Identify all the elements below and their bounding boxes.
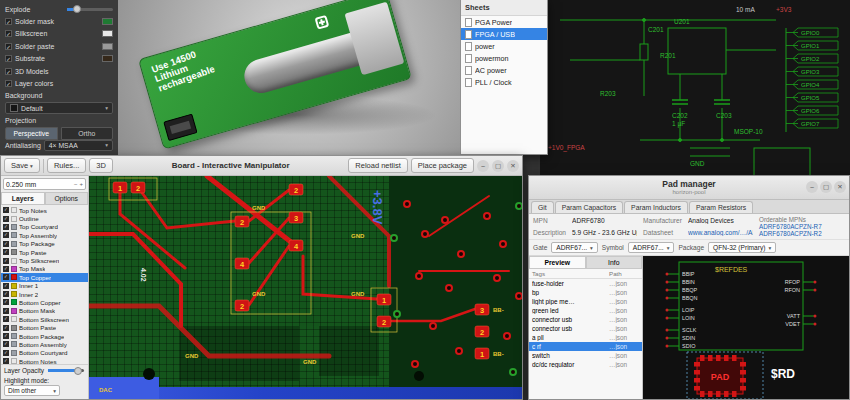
layer-row[interactable]: ✓Bottom Copper (1, 298, 88, 306)
rules-button[interactable]: Rules... (47, 158, 86, 173)
pcb-pad[interactable]: 4 (289, 240, 303, 251)
pcb-pad[interactable]: 2 (289, 184, 303, 195)
parts-table-row[interactable]: light pipe me……json (529, 297, 642, 306)
slider-knob[interactable] (73, 5, 81, 13)
layer-visibility-checkbox[interactable]: ✓ (3, 316, 9, 322)
layer-row[interactable]: ✓Top Package (1, 240, 88, 248)
color-swatch-button[interactable] (102, 55, 113, 62)
checkbox[interactable]: ✓ (5, 55, 12, 62)
save-button[interactable]: Save ▾ (4, 158, 40, 173)
place-package-button[interactable]: Place package (411, 158, 474, 173)
layer-row[interactable]: ✓Top Courtyard (1, 223, 88, 231)
layer-visibility-checkbox[interactable]: ✓ (3, 258, 9, 264)
layer-visibility-checkbox[interactable]: ✓ (3, 325, 9, 331)
layer-row[interactable]: ✓Bottom Silkscreen (1, 315, 88, 323)
package-select[interactable]: QFN-32 (Primary) ▾ (708, 242, 776, 253)
checkbox[interactable]: ✓ (5, 18, 12, 25)
gate-select[interactable]: ADRF67... ▾ (551, 242, 598, 253)
pool-tab[interactable]: Git (531, 201, 554, 213)
layer-row[interactable]: ✓Inner 2 (1, 290, 88, 298)
layer-row[interactable]: ✓Top Copper (1, 273, 88, 281)
3d-view-button[interactable]: 3D (89, 158, 113, 173)
parts-table-row[interactable]: a pll…json (529, 333, 642, 342)
pcb-pad[interactable]: 2 (235, 300, 249, 311)
checkbox[interactable]: ✓ (5, 68, 12, 75)
close-button[interactable]: ✕ (834, 181, 846, 193)
background-select[interactable]: Default ▾ (5, 102, 113, 114)
part-preview-canvas[interactable]: $REFDES BBIPBBINBBQPBBQNLOIPLOINSCLKSDIN… (643, 256, 849, 399)
orderable-mpn-link[interactable]: ADRF6780ACPZN-R7 (759, 223, 845, 230)
layer-row[interactable]: ✓Top Assembly (1, 231, 88, 239)
layer-row[interactable]: ✓Top Mask (1, 265, 88, 273)
layer-visibility-checkbox[interactable]: ✓ (3, 224, 9, 230)
checkbox[interactable]: ✓ (5, 43, 12, 50)
sheet-item[interactable]: FPGA / USB (461, 28, 547, 40)
side-tab-options[interactable]: Options (45, 192, 89, 205)
minimize-button[interactable]: ‒ (477, 160, 489, 172)
pcb-pad[interactable]: 4 (235, 258, 249, 269)
layer-visibility-checkbox[interactable]: ✓ (3, 299, 9, 305)
parts-table-row[interactable]: bp…json (529, 288, 642, 297)
sheet-item[interactable]: PGA Power (461, 16, 547, 28)
sheet-item[interactable]: powermon (461, 52, 547, 64)
layer-row[interactable]: ✓Bottom Assembly (1, 340, 88, 348)
layer-row[interactable]: ✓Top Silkscreen (1, 256, 88, 264)
layer-visibility-checkbox[interactable]: ✓ (3, 341, 9, 347)
sheet-item[interactable]: AC power (461, 64, 547, 76)
layer-visibility-checkbox[interactable]: ✓ (3, 241, 9, 247)
close-button[interactable]: ✕ (507, 160, 519, 172)
checkbox[interactable]: ✓ (5, 80, 12, 87)
checkbox[interactable]: ✓ (5, 30, 12, 37)
projection-ortho-button[interactable]: Ortho (61, 127, 114, 140)
layer-visibility-checkbox[interactable]: ✓ (3, 291, 9, 297)
color-swatch-button[interactable] (102, 18, 113, 25)
layer-visibility-checkbox[interactable]: ✓ (3, 333, 9, 339)
layer-row[interactable]: ✓Bottom Mask (1, 307, 88, 315)
layer-visibility-checkbox[interactable]: ✓ (3, 249, 9, 255)
layer-row[interactable]: ✓Bottom Courtyard (1, 349, 88, 357)
layer-row[interactable]: ✓Top Notes (1, 206, 88, 214)
board-canvas[interactable]: 1223424212321 GNDGNDGNDGNDGNDGNDBB-BB-DA… (89, 176, 522, 399)
datasheet-link[interactable]: www.analog.com/…/ADRF6780.pdf (688, 229, 753, 236)
orderable-mpn-link[interactable]: ADRF6780ACPZN-R2 (759, 230, 845, 237)
antialiasing-select[interactable]: 4× MSAA ▾ (44, 140, 113, 151)
color-swatch-button[interactable] (102, 43, 113, 50)
layer-row[interactable]: ✓Inner 1 (1, 282, 88, 290)
parts-table-row[interactable]: connector usb…json (529, 324, 642, 333)
layer-visibility-checkbox[interactable]: ✓ (3, 274, 9, 280)
layer-opacity-slider[interactable] (48, 369, 84, 372)
pcb-pad[interactable]: 2 (377, 316, 391, 327)
pool-tab[interactable]: Param Resistors (689, 201, 753, 213)
pool-tab[interactable]: Param Inductors (624, 201, 688, 213)
tab-info[interactable]: Info (586, 256, 643, 269)
layer-row[interactable]: ✓Bottom Paste (1, 323, 88, 331)
sheet-item[interactable]: power (461, 40, 547, 52)
pcb-pad[interactable]: 2 (131, 182, 145, 193)
pcb-pad[interactable]: 2 (475, 326, 489, 337)
grid-spacing-spinner[interactable]: 0.250 mm −+ (3, 178, 86, 190)
projection-perspective-button[interactable]: Perspective (5, 127, 58, 140)
layer-visibility-checkbox[interactable]: ✓ (3, 308, 9, 314)
parts-table-row[interactable]: dc/dc regulator…json (529, 360, 642, 369)
layer-visibility-checkbox[interactable]: ✓ (3, 216, 9, 222)
parts-table-row[interactable]: c rf…json (529, 342, 642, 351)
maximize-button[interactable]: ▢ (492, 160, 504, 172)
layer-row[interactable]: ✓Top Paste (1, 248, 88, 256)
layer-row[interactable]: ✓Bottom Package (1, 332, 88, 340)
parts-table-row[interactable]: switch…json (529, 351, 642, 360)
layer-visibility-checkbox[interactable]: ✓ (3, 283, 9, 289)
color-swatch-button[interactable] (102, 30, 113, 37)
layer-row[interactable]: ✓Outline (1, 214, 88, 222)
explode-slider[interactable] (67, 8, 113, 11)
slider-knob[interactable] (74, 367, 82, 375)
layer-visibility-checkbox[interactable]: ✓ (3, 207, 9, 213)
side-tab-layers[interactable]: Layers (1, 192, 45, 205)
pcb-pad[interactable]: 3 (289, 212, 303, 223)
3d-viewport[interactable]: Use 14500 Lithium rechargeable (118, 0, 460, 155)
pcb-pad[interactable]: 1 (475, 348, 489, 359)
minimize-button[interactable]: ‒ (806, 181, 818, 193)
parts-table-row[interactable]: green led…json (529, 306, 642, 315)
pcb-pad[interactable]: 2 (235, 216, 249, 227)
pcb-pad[interactable]: 1 (377, 294, 391, 305)
layer-row[interactable]: ✓Bottom Notes (1, 357, 88, 364)
